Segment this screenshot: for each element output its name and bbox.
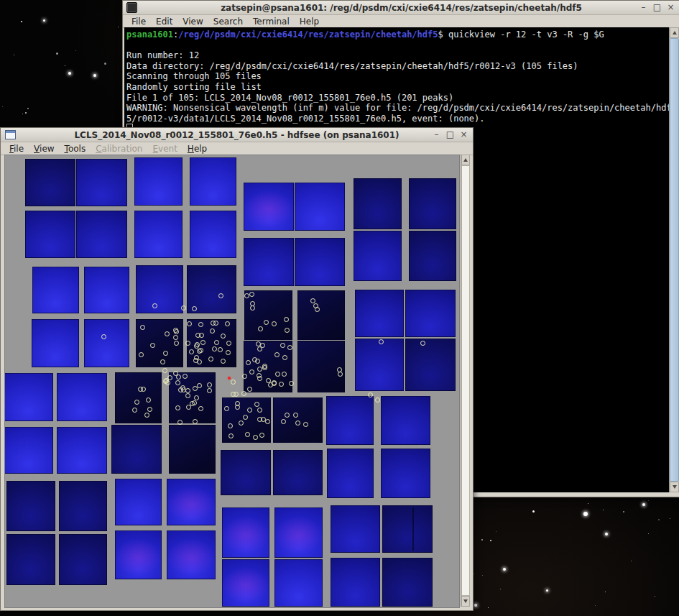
hdfsee-menu-calibration: Calibration [91, 144, 147, 154]
maximize-icon[interactable]: □ [651, 1, 663, 13]
prompt-command: quickview -r 12 -t v3 -R -g $G [448, 29, 604, 40]
star [648, 500, 649, 501]
scroll-up-icon[interactable] [461, 155, 470, 165]
hdfsee-scrollbar[interactable] [461, 155, 470, 607]
terminal-output-line [126, 40, 669, 51]
detector-tile [297, 290, 345, 340]
peak-circle [165, 331, 170, 336]
detector-tile [25, 159, 75, 206]
detector-tile [405, 339, 456, 391]
bright-star [93, 74, 96, 77]
star [496, 531, 496, 532]
star [670, 518, 670, 519]
peak-circle [375, 397, 380, 403]
peak-circle [152, 303, 157, 308]
terminal-output-line: Scanning through 105 files [126, 71, 669, 82]
star [474, 574, 474, 574]
peak-circle [368, 392, 373, 397]
scroll-down-icon[interactable] [461, 596, 470, 607]
detector-tile [297, 341, 345, 392]
hdfsee-menu-tools[interactable]: Tools [60, 144, 91, 154]
peak-circle [338, 372, 343, 377]
terminal-output-line: Randomly sorting file list [126, 82, 669, 93]
peak-circle [101, 334, 106, 339]
detector-tile [295, 183, 345, 231]
prompt-path: /reg/d/psdm/cxi/cxie6414/res/zatsepin/ch… [178, 29, 438, 40]
detector-tile [59, 534, 107, 585]
peak-circle [420, 341, 425, 346]
detector-tile [355, 339, 404, 391]
scroll-down-icon[interactable] [670, 482, 679, 492]
beam-center-marker [228, 377, 231, 380]
peak-circle [140, 325, 145, 330]
bright-star [546, 589, 548, 592]
detector-tile [354, 231, 402, 281]
close-icon[interactable]: × [665, 1, 677, 13]
peak-circle [272, 321, 277, 326]
peak-circle [262, 364, 267, 369]
terminal-menu-file[interactable]: File [126, 17, 151, 27]
terminal-menu-terminal[interactable]: Terminal [248, 17, 295, 27]
star [21, 21, 22, 22]
terminal-output-line: WARNING: Nonsensical wavelength (inf m) … [126, 103, 669, 114]
star [631, 561, 632, 561]
star [118, 27, 119, 27]
detector-tile [382, 505, 433, 553]
peak-circle [258, 326, 263, 331]
peak-circle [198, 322, 203, 327]
detector-tile [6, 481, 55, 531]
peak-circle [231, 380, 236, 385]
prompt-dollar: $ [438, 29, 448, 40]
hdfsee-window[interactable]: LCLS_2014_Nov08_r0012_155801_76e0.h5 - h… [0, 127, 474, 611]
star [655, 596, 655, 597]
peak-circle [281, 419, 286, 424]
hdfsee-scrollbar-thumb[interactable] [461, 165, 470, 596]
detector-tile [25, 211, 75, 258]
detector-tile [134, 211, 183, 258]
detector-tile [136, 265, 183, 313]
peak-circle [247, 387, 252, 392]
peak-circle [162, 368, 167, 373]
peak-circle [177, 420, 183, 425]
hdfsee-menu-help[interactable]: Help [183, 144, 212, 154]
hdfsee-app-icon [5, 130, 16, 139]
peak-circle [257, 367, 262, 372]
detector-tile [59, 481, 107, 531]
detector-tile [4, 427, 53, 474]
hdfsee-titlebar[interactable]: LCLS_2014_Nov08_r0012_155801_76e0.h5 - h… [1, 128, 473, 142]
minimize-icon[interactable]: – [637, 1, 650, 13]
terminal-scrollbar[interactable] [669, 27, 679, 492]
close-icon[interactable]: × [458, 129, 470, 140]
terminal-menu-help[interactable]: Help [295, 17, 324, 27]
star [27, 108, 29, 109]
detector-tile [355, 290, 404, 337]
terminal-menu-edit[interactable]: Edit [151, 17, 177, 27]
peak-circle [379, 339, 384, 344]
terminal-titlebar[interactable]: zatsepin@psana1601: /reg/d/psdm/cxi/cxie… [123, 1, 679, 15]
peak-circle [284, 317, 289, 322]
bright-star [503, 568, 506, 571]
maximize-icon[interactable]: □ [444, 129, 456, 140]
hdfsee-menu-view[interactable]: View [29, 144, 59, 154]
scroll-up-icon[interactable] [670, 27, 679, 38]
detector-tile [190, 211, 236, 258]
peak-circle [282, 372, 287, 377]
detector-tile [6, 534, 55, 585]
detector-tile [382, 558, 433, 607]
terminal-output-line: Data directory: /reg/d/psdm/cxi/cxie6414… [126, 61, 669, 72]
star [500, 589, 501, 589]
minimize-icon[interactable]: – [430, 129, 443, 140]
peak-circle [242, 374, 247, 379]
terminal-menu-search[interactable]: Search [208, 17, 248, 27]
terminal-menu-view[interactable]: View [177, 17, 208, 27]
terminal-scrollbar-thumb[interactable] [670, 38, 679, 482]
detector-tile [327, 449, 374, 498]
detector-image-area[interactable] [4, 155, 460, 608]
peak-circle [207, 388, 212, 393]
detector-tile [76, 159, 127, 206]
peak-circle [208, 357, 213, 362]
peak-circle [254, 402, 259, 407]
detector-tile [221, 450, 271, 495]
hdfsee-menu-file[interactable]: File [4, 144, 29, 154]
star [14, 55, 14, 55]
